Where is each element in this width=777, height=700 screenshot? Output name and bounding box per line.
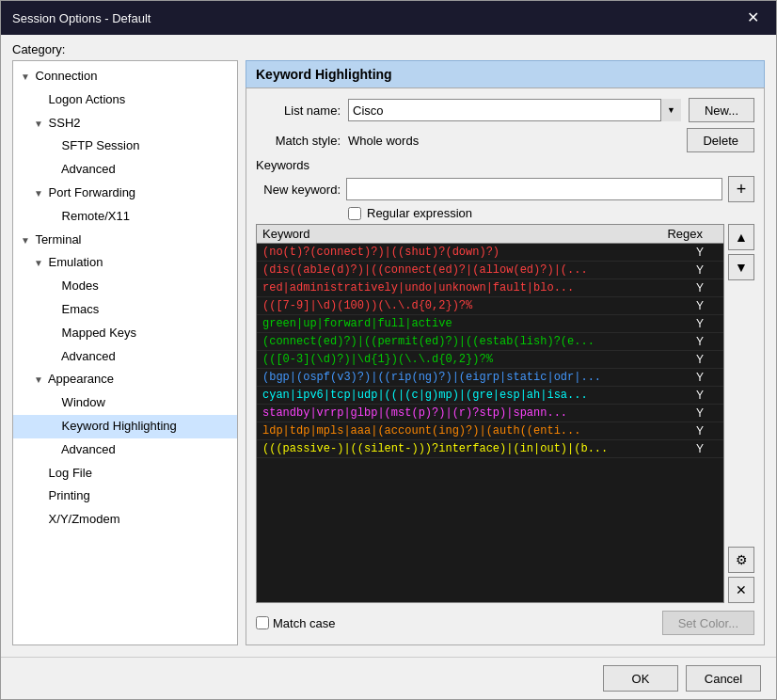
- expander-icon: ▼: [34, 186, 45, 201]
- regex-row: Regular expression: [256, 206, 754, 220]
- expander-icon: [34, 467, 45, 482]
- list-name-label: List name:: [256, 103, 341, 118]
- keyword-table-body[interactable]: (no(t)?(connect)?)|((shut)?(down)?) Y (d…: [257, 244, 723, 602]
- sidebar-item-appearance[interactable]: ▼ Appearance: [13, 368, 237, 391]
- sidebar-item-modes[interactable]: Modes: [13, 275, 237, 298]
- sidebar-item-port-forwarding[interactable]: ▼ Port Forwarding: [13, 182, 237, 205]
- list-name-select[interactable]: Cisco Default: [348, 99, 681, 121]
- keyword-text: (((passive-)|((silent-)))?interface)|(in…: [257, 441, 676, 456]
- keyword-text: ldp|tdp|mpls|aaa|(account(ing)?)|(auth((…: [257, 423, 676, 438]
- add-keyword-button[interactable]: +: [728, 176, 754, 202]
- keyword-table: Keyword Regex (no(t)?(connect)?)|((shut)…: [256, 224, 724, 603]
- expander-icon: ▼: [21, 70, 32, 85]
- regex-value: Y: [676, 280, 723, 295]
- table-row[interactable]: ldp|tdp|mpls|aaa|(account(ing)?)|(auth((…: [257, 422, 723, 440]
- match-style-label: Match style:: [256, 134, 341, 148]
- regex-checkbox[interactable]: [348, 207, 361, 220]
- scroll-down-button[interactable]: ▼: [728, 254, 754, 280]
- remove-button[interactable]: ✕: [728, 577, 754, 603]
- table-row[interactable]: (connect(ed)?)|((permit(ed)?)|((estab(li…: [257, 333, 723, 351]
- new-keyword-row: New keyword: +: [256, 176, 754, 202]
- sidebar-item-advanced-ssh2[interactable]: Advanced: [13, 158, 237, 182]
- sidebar-item-advanced-emulation[interactable]: Advanced: [13, 345, 237, 369]
- table-row[interactable]: (no(t)?(connect)?)|((shut)?(down)?) Y: [257, 244, 723, 262]
- match-case-text: Match case: [273, 616, 335, 630]
- table-row[interactable]: (((passive-)|((silent-)))?interface)|(in…: [257, 440, 723, 458]
- table-row[interactable]: (dis((able(d)?)|((connect(ed)?|(allow(ed…: [257, 262, 723, 279]
- list-name-combo[interactable]: Cisco Default ▼: [348, 99, 681, 121]
- scroll-spacer: [708, 225, 723, 243]
- new-keyword-input[interactable]: [346, 178, 722, 200]
- sidebar-item-window[interactable]: Window: [13, 391, 237, 415]
- content-area: ▼ Connection Logon Actions ▼ SSH2 SFTP S…: [1, 60, 776, 657]
- expander-icon: [47, 326, 58, 342]
- gear-button[interactable]: ⚙: [728, 547, 754, 573]
- set-color-button: Set Color...: [662, 611, 754, 635]
- sidebar-item-sftp-session[interactable]: SFTP Session: [13, 135, 237, 158]
- expander-icon: [47, 350, 58, 365]
- table-row[interactable]: (([0-3](\d)?)|\d{1})(\.\.d{0,2})?% Y: [257, 351, 723, 369]
- scroll-up-button[interactable]: ▲: [728, 224, 754, 250]
- bottom-row: Match case Set Color...: [256, 611, 754, 635]
- sidebar-item-emacs[interactable]: Emacs: [13, 298, 237, 322]
- cancel-button[interactable]: Cancel: [686, 665, 761, 692]
- expander-icon: [47, 210, 58, 225]
- regex-value: Y: [676, 298, 723, 313]
- expander-icon: [34, 489, 45, 504]
- sidebar-item-log-file[interactable]: Log File: [13, 462, 237, 485]
- side-buttons: ▲ ▼ ⚙ ✕: [728, 224, 754, 603]
- delete-button[interactable]: Delete: [687, 128, 754, 152]
- keyword-text: (([7-9]|\d)(100))(\.\.d{0,2})?%: [257, 298, 676, 313]
- expander-icon: [47, 163, 58, 178]
- sidebar-item-advanced-terminal[interactable]: Advanced: [13, 438, 237, 462]
- match-style-row: Match style: Whole words Delete: [256, 128, 754, 152]
- sidebar-item-emulation[interactable]: ▼ Emulation: [13, 251, 237, 275]
- expander-icon: ▼: [34, 256, 45, 271]
- table-row[interactable]: green|up|forward|full|active Y: [257, 315, 723, 333]
- new-button[interactable]: New...: [689, 98, 754, 122]
- sidebar-item-terminal[interactable]: ▼ Terminal: [13, 229, 237, 252]
- match-case-checkbox[interactable]: [256, 616, 269, 629]
- keyword-text: red|administratively|undo|unknown|fault|…: [257, 280, 676, 295]
- sidebar-item-xyz-modem[interactable]: X/Y/Zmodem: [13, 508, 237, 532]
- keyword-text: (connect(ed)?)|((permit(ed)?)|((estab(li…: [257, 334, 676, 349]
- sidebar-item-mapped-keys[interactable]: Mapped Keys: [13, 322, 237, 345]
- table-row[interactable]: (bgp|(ospf(v3)?)|((rip(ng)?)|(eigrp|stat…: [257, 369, 723, 387]
- keyword-table-header: Keyword Regex: [257, 225, 723, 244]
- right-panel: Keyword Highlighting List name: Cisco De…: [246, 60, 765, 645]
- sidebar-item-printing[interactable]: Printing: [13, 485, 237, 508]
- keyword-table-wrapper: Keyword Regex (no(t)?(connect)?)|((shut)…: [256, 224, 754, 603]
- table-row[interactable]: red|administratively|undo|unknown|fault|…: [257, 279, 723, 297]
- sidebar-item-remote-x11[interactable]: Remote/X11: [13, 205, 237, 229]
- table-row[interactable]: cyan|ipv6|tcp|udp|((|(c|g)mp)|(gre|esp|a…: [257, 387, 723, 405]
- match-case-label[interactable]: Match case: [256, 616, 335, 630]
- column-header-keyword: Keyword: [257, 225, 661, 243]
- sidebar-item-ssh2[interactable]: ▼ SSH2: [13, 112, 237, 135]
- dialog-title: Session Options - Default: [12, 11, 151, 25]
- session-options-dialog: Session Options - Default ✕ Category: ▼ …: [0, 0, 777, 700]
- expander-icon: [34, 513, 45, 528]
- tree-panel: ▼ Connection Logon Actions ▼ SSH2 SFTP S…: [12, 60, 238, 645]
- sidebar-item-connection[interactable]: ▼ Connection: [13, 65, 237, 88]
- dialog-footer: OK Cancel: [1, 657, 776, 699]
- regex-value: Y: [676, 316, 723, 331]
- sidebar-item-logon-actions[interactable]: Logon Actions: [13, 88, 237, 112]
- close-button[interactable]: ✕: [741, 8, 765, 27]
- sidebar-item-keyword-highlighting[interactable]: Keyword Highlighting: [13, 415, 237, 438]
- column-header-regex: Regex: [661, 225, 708, 243]
- ok-button[interactable]: OK: [603, 665, 678, 692]
- expander-icon: [47, 420, 58, 435]
- title-bar: Session Options - Default ✕: [1, 1, 776, 35]
- expander-icon: ▼: [34, 373, 45, 388]
- keyword-text: (dis((able(d)?)|((connect(ed)?|(allow(ed…: [257, 262, 676, 278]
- keywords-label: Keywords: [256, 158, 754, 172]
- expander-icon: ▼: [34, 117, 45, 132]
- table-row[interactable]: (([7-9]|\d)(100))(\.\.d{0,2})?% Y: [257, 297, 723, 315]
- expander-icon: [47, 303, 58, 318]
- keyword-text: cyan|ipv6|tcp|udp|((|(c|g)mp)|(gre|esp|a…: [257, 388, 676, 403]
- regex-value: Y: [676, 441, 723, 456]
- regex-value: Y: [676, 352, 723, 367]
- new-keyword-label: New keyword:: [256, 183, 341, 197]
- table-row[interactable]: standby|vrrp|glbp|(mst(p)?)|(r)?stp)|spa…: [257, 405, 723, 422]
- expander-icon: [47, 279, 58, 294]
